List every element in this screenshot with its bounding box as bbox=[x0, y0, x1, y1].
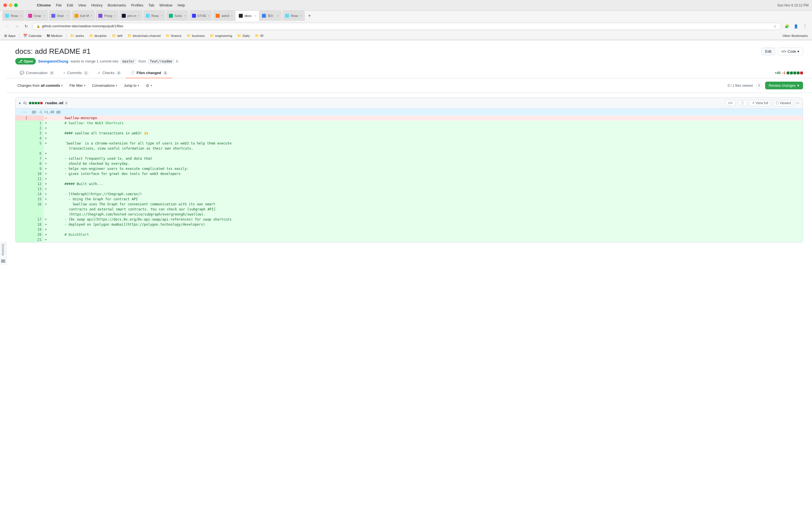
extensions-button[interactable]: 🧩 bbox=[783, 22, 791, 30]
viewed-checkbox[interactable]: ☐ Viewed bbox=[773, 100, 794, 106]
diff-line-added-21: 21 + bbox=[15, 237, 803, 242]
copy-branch-icon[interactable]: ⎘ bbox=[176, 59, 178, 63]
bookmark-ir[interactable]: 📁 IR bbox=[253, 33, 266, 38]
tab-close-1[interactable]: × bbox=[20, 14, 22, 17]
bookmark-star-icon[interactable]: ☆ bbox=[773, 24, 777, 29]
menu-help[interactable]: Help bbox=[177, 3, 185, 7]
settings-dropdown[interactable]: ⚙ ▾ bbox=[144, 82, 154, 89]
menu-edit[interactable]: Edit bbox=[67, 3, 73, 7]
file-filter-dropdown[interactable]: File filter ▾ bbox=[67, 82, 87, 89]
octocat-sidebar[interactable]: Octotree bbox=[0, 242, 6, 265]
maximize-button[interactable] bbox=[14, 3, 18, 7]
browser-tab-11[interactable]: docs × bbox=[236, 11, 259, 21]
hunk-expand-left[interactable]: ··· bbox=[15, 109, 30, 115]
forward-button[interactable]: → bbox=[13, 22, 20, 30]
menu-profiles[interactable]: Profiles bbox=[131, 3, 143, 7]
browser-tab-13[interactable]: Reac × bbox=[282, 11, 305, 21]
close-button[interactable] bbox=[3, 3, 7, 7]
bookmark-decipher[interactable]: 📁 decipher bbox=[87, 33, 109, 38]
tab-close-8[interactable]: × bbox=[184, 14, 186, 17]
file-more-menu[interactable]: ··· bbox=[796, 101, 799, 106]
menu-view[interactable]: View bbox=[78, 3, 86, 7]
profile-button[interactable]: 👤 bbox=[792, 22, 800, 30]
pr-author[interactable]: SeongwonChung bbox=[38, 59, 68, 63]
info-button[interactable]: ℹ bbox=[756, 83, 762, 89]
tab-close-3[interactable]: × bbox=[66, 14, 68, 17]
new-tab-button[interactable]: + bbox=[305, 12, 313, 20]
code-view-button[interactable]: </> bbox=[725, 100, 735, 106]
bookmark-medium[interactable]: M Medium bbox=[45, 33, 64, 38]
jump-to-dropdown[interactable]: Jump to ▾ bbox=[121, 82, 141, 89]
menu-chrome[interactable]: Chrome bbox=[37, 3, 51, 7]
file-document-button[interactable]: 📄 bbox=[738, 100, 747, 106]
edit-button[interactable]: Edit bbox=[762, 48, 775, 55]
folder-works-icon: 📁 bbox=[70, 34, 74, 38]
review-changes-button[interactable]: Review changes ▾ bbox=[765, 82, 803, 89]
browser-tab-3[interactable]: Depl × bbox=[49, 11, 71, 21]
bookmark-works[interactable]: 📁 works bbox=[68, 33, 86, 38]
menu-history[interactable]: History bbox=[91, 3, 102, 7]
minimize-button[interactable] bbox=[9, 3, 12, 7]
tab-close-2[interactable]: × bbox=[43, 14, 45, 17]
tab-close-5[interactable]: × bbox=[114, 14, 116, 17]
bookmark-calendar[interactable]: 📅 Calendar bbox=[21, 33, 44, 38]
bookmark-daily[interactable]: 📁 Daily bbox=[235, 33, 252, 38]
tab-close-13[interactable]: × bbox=[301, 14, 302, 17]
tab-close-12[interactable]: × bbox=[277, 14, 279, 17]
view-full-button[interactable]: ↗ View full bbox=[749, 100, 770, 106]
bookmark-blockchain[interactable]: 📁 blockchain-channel bbox=[125, 33, 162, 38]
tab-close-9[interactable]: × bbox=[208, 14, 210, 17]
conversations-dropdown[interactable]: Conversations ▾ bbox=[90, 82, 119, 89]
browser-tab-4[interactable]: Get M × bbox=[71, 11, 95, 21]
code-button[interactable]: </> Code ▾ bbox=[777, 48, 803, 55]
file-toggle-button[interactable]: ▾ bbox=[19, 101, 21, 105]
address-bar[interactable]: 🔒 github.com/mesher-labs/swallow-monorep… bbox=[32, 23, 781, 30]
tab-files-changed[interactable]: 📄 Files changed 1 bbox=[126, 68, 172, 78]
menu-file[interactable]: File bbox=[56, 3, 62, 7]
line-num-left-a18 bbox=[15, 222, 30, 227]
tab-label-10: web3 bbox=[221, 14, 229, 17]
browser-tab-7[interactable]: Reac × bbox=[143, 11, 165, 21]
tab-close-6[interactable]: × bbox=[138, 14, 140, 17]
tab-favicon-12 bbox=[262, 14, 266, 18]
browser-tab-12[interactable]: 최0 × bbox=[259, 11, 282, 21]
copy-path-icon[interactable]: ⎘ bbox=[65, 101, 67, 105]
browser-tab-9[interactable]: ETHE × bbox=[189, 11, 213, 21]
menu-bookmarks[interactable]: Bookmarks bbox=[108, 3, 126, 7]
menu-button[interactable]: ⋮ bbox=[801, 22, 809, 30]
browser-tab-2[interactable]: Grap × bbox=[26, 11, 48, 21]
octocat-menu-icon[interactable] bbox=[1, 259, 5, 263]
target-branch[interactable]: master bbox=[121, 59, 136, 64]
source-branch[interactable]: feat/readme bbox=[148, 59, 174, 64]
back-button[interactable]: ← bbox=[3, 22, 11, 30]
line-num-left-a5b bbox=[15, 146, 30, 151]
traffic-lights[interactable] bbox=[3, 3, 18, 7]
tab-close-10[interactable]: × bbox=[231, 14, 233, 17]
jump-to-chevron-icon: ▾ bbox=[138, 84, 139, 87]
browser-tab-5[interactable]: Polyg × bbox=[96, 11, 118, 21]
menu-window[interactable]: Window bbox=[159, 3, 172, 7]
tab-favicon-6 bbox=[122, 14, 126, 18]
browser-tab-1[interactable]: Reac × bbox=[2, 11, 25, 21]
bookmark-engineering[interactable]: 📁 engineering bbox=[208, 33, 234, 38]
bookmark-business[interactable]: 📁 business bbox=[185, 33, 207, 38]
reload-button[interactable]: ↻ bbox=[22, 22, 30, 30]
bookmark-defi[interactable]: 📁 defi bbox=[110, 33, 124, 38]
bookmark-apps[interactable]: ⊞ Apps bbox=[2, 33, 17, 38]
diff-bar-5 bbox=[800, 71, 803, 74]
tab-close-7[interactable]: × bbox=[161, 14, 163, 17]
bookmark-finance[interactable]: 📁 finance bbox=[164, 33, 184, 38]
diff-line-added-5: 5 + `Swallow` is a chrome-extension for … bbox=[15, 141, 803, 146]
bookmark-other[interactable]: Other Bookmarks bbox=[781, 34, 810, 38]
tab-close-11[interactable]: × bbox=[254, 14, 256, 17]
tab-commits[interactable]: ○ Commits 1 bbox=[59, 68, 93, 78]
browser-tab-10[interactable]: web3 × bbox=[213, 11, 236, 21]
menu-tab[interactable]: Tab bbox=[148, 3, 154, 7]
changes-from-dropdown[interactable]: Changes from all commits ▾ bbox=[15, 82, 65, 89]
tab-checks[interactable]: ✓ Checks 0 bbox=[93, 68, 126, 78]
browser-tab-8[interactable]: Subs × bbox=[166, 11, 189, 21]
tab-conversation[interactable]: 💬 Conversation 0 bbox=[15, 68, 59, 78]
bookmarks-bar: ⊞ Apps 📅 Calendar M Medium 📁 works 📁 dec… bbox=[0, 32, 812, 40]
tab-close-4[interactable]: × bbox=[91, 14, 92, 17]
browser-tab-6[interactable]: pris m × bbox=[119, 11, 142, 21]
